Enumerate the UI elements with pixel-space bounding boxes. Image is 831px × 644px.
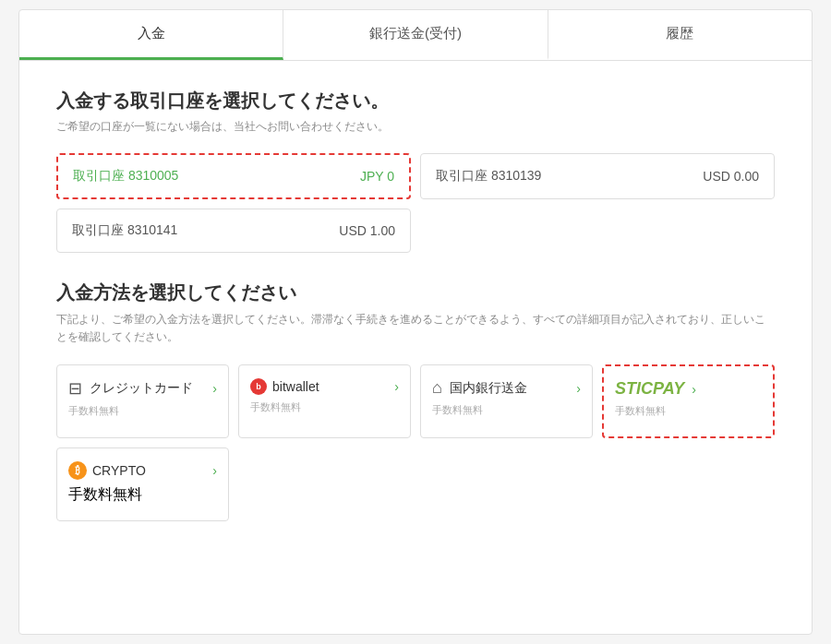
account-section-subtitle: ご希望の口座が一覧にない場合は、当社へお問い合わせください。 (56, 119, 775, 135)
account-name-1: 取引口座 8310005 (73, 168, 178, 185)
bitwallet-label: bitwallet (272, 379, 319, 394)
account-name-3: 取引口座 8310141 (72, 222, 177, 239)
bank-transfer-label: 国内銀行送金 (450, 380, 527, 397)
bitwallet-icon: b (250, 378, 267, 395)
account-name-2: 取引口座 8310139 (436, 168, 541, 185)
tab-bank[interactable]: 銀行送金(受付) (283, 10, 548, 60)
page-content: 入金する取引口座を選択してください。 ご希望の口座が一覧にない場合は、当社へお問… (19, 61, 812, 549)
payment-bank-transfer[interactable]: ⌂ 国内銀行送金 › 手数料無料 (420, 364, 593, 438)
accounts-grid: 取引口座 8310005 JPY 0 取引口座 8310139 USD 0.00… (56, 153, 775, 253)
account-card-2[interactable]: 取引口座 8310139 USD 0.00 (420, 153, 775, 199)
tab-bank-label: 銀行送金(受付) (369, 25, 462, 41)
sticpay-fee: 手数料無料 (615, 404, 762, 418)
tab-deposit[interactable]: 入金 (19, 10, 283, 60)
payment-section-title: 入金方法を選択してください (56, 280, 775, 305)
tab-history[interactable]: 履歴 (548, 10, 812, 60)
payment-crypto[interactable]: ₿ CRYPTO › 手数料無料 (56, 447, 229, 521)
account-section-title: 入金する取引口座を選択してください。 (56, 89, 775, 113)
account-balance-3: USD 1.00 (339, 223, 395, 238)
crypto-icon: ₿ (68, 461, 87, 480)
account-balance-2: USD 0.00 (703, 169, 759, 184)
main-container: 入金 銀行送金(受付) 履歴 入金する取引口座を選択してください。 ご希望の口座… (18, 9, 813, 635)
sticpay-label: STICPAY (615, 379, 684, 399)
account-balance-1: JPY 0 (360, 169, 394, 184)
payment-section-subtitle: 下記より、ご希望の入金方法を選択してください。滞滞なく手続きを進めることができる… (56, 311, 775, 346)
account-card-3[interactable]: 取引口座 8310141 USD 1.00 (56, 209, 411, 253)
credit-card-icon: ⊟ (68, 378, 82, 399)
payment-sticpay[interactable]: STICPAY › 手数料無料 (602, 364, 775, 438)
tab-history-label: 履歴 (666, 25, 693, 41)
credit-card-label: クレジットカード (90, 380, 193, 397)
payment-section: 入金方法を選択してください 下記より、ご希望の入金方法を選択してください。滞滞な… (56, 280, 775, 521)
crypto-arrow: › (212, 463, 217, 478)
bank-icon: ⌂ (432, 378, 442, 398)
account-section: 入金する取引口座を選択してください。 ご希望の口座が一覧にない場合は、当社へお問… (56, 89, 775, 253)
bank-transfer-arrow: › (576, 381, 581, 396)
payment-methods-row1: ⊟ クレジットカード › 手数料無料 b bitwallet › (56, 364, 775, 438)
bank-transfer-fee: 手数料無料 (432, 403, 581, 417)
payment-bitwallet[interactable]: b bitwallet › 手数料無料 (238, 364, 411, 438)
tab-deposit-label: 入金 (138, 25, 165, 41)
bitwallet-fee: 手数料無料 (250, 400, 399, 414)
account-card-1[interactable]: 取引口座 8310005 JPY 0 (56, 153, 411, 199)
credit-card-arrow: › (212, 381, 217, 396)
bitwallet-arrow: › (394, 379, 399, 394)
payment-credit-card[interactable]: ⊟ クレジットカード › 手数料無料 (56, 364, 229, 438)
tab-bar: 入金 銀行送金(受付) 履歴 (19, 10, 812, 61)
crypto-label: CRYPTO (92, 463, 146, 478)
credit-card-fee: 手数料無料 (68, 404, 217, 418)
crypto-fee: 手数料無料 (68, 485, 217, 505)
sticpay-arrow: › (692, 382, 696, 397)
payment-methods-row2: ₿ CRYPTO › 手数料無料 (56, 447, 775, 521)
